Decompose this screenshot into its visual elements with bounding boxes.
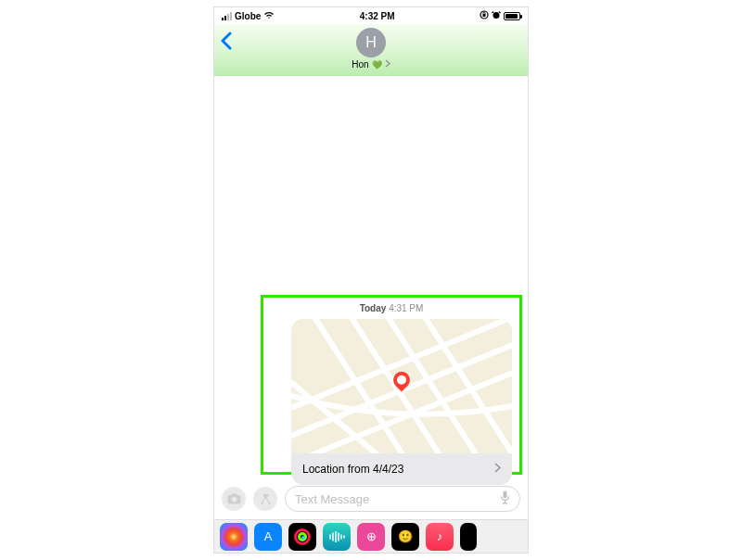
svg-point-16 bbox=[231, 497, 236, 502]
message-placeholder: Text Message bbox=[295, 492, 369, 506]
dock-audio-icon[interactable] bbox=[323, 523, 351, 551]
svg-rect-1 bbox=[482, 14, 485, 17]
location-footer[interactable]: Location from 4/4/23 bbox=[291, 453, 512, 485]
imessage-app-dock: A ⊕ 🙂 ♪ bbox=[214, 519, 528, 553]
status-left: Globe bbox=[222, 11, 275, 21]
dock-appstore-icon[interactable]: A bbox=[254, 523, 282, 551]
chevron-right-icon bbox=[494, 463, 501, 476]
contact-avatar[interactable]: H bbox=[356, 28, 386, 57]
signal-icon bbox=[222, 12, 232, 20]
map-preview bbox=[291, 319, 512, 453]
timestamp-time: 4:31 PM bbox=[389, 303, 423, 313]
message-timestamp: Today 4:31 PM bbox=[263, 303, 519, 313]
conversation-header: H Hon 💚 bbox=[214, 24, 528, 76]
music-glyph: ♪ bbox=[437, 529, 443, 543]
back-button[interactable] bbox=[220, 32, 233, 55]
chevron-right-icon bbox=[385, 59, 390, 70]
avatar-initial: H bbox=[365, 34, 377, 51]
dock-photos-icon[interactable] bbox=[220, 523, 248, 551]
dock-globe-icon[interactable]: ⊕ bbox=[357, 523, 385, 551]
dock-fitness-icon[interactable] bbox=[288, 523, 316, 551]
status-time: 4:32 PM bbox=[360, 11, 395, 21]
appstore-glyph: A bbox=[264, 529, 273, 543]
tutorial-highlight: Today 4:31 PM bbox=[261, 295, 522, 475]
camera-button[interactable] bbox=[222, 487, 246, 511]
memoji-glyph: 🙂 bbox=[398, 529, 413, 543]
timestamp-day: Today bbox=[360, 303, 387, 313]
map-pin-icon bbox=[393, 371, 410, 388]
compose-bar: Text Message bbox=[214, 482, 528, 519]
location-message[interactable]: Location from 4/4/23 bbox=[291, 319, 512, 485]
battery-icon bbox=[504, 12, 520, 20]
dictate-button[interactable] bbox=[500, 490, 510, 507]
contact-name: Hon bbox=[352, 59, 368, 70]
dock-music-icon[interactable]: ♪ bbox=[426, 523, 454, 551]
carrier-label: Globe bbox=[235, 11, 261, 21]
svg-rect-15 bbox=[231, 494, 237, 497]
svg-line-4 bbox=[499, 12, 501, 14]
svg-line-3 bbox=[492, 12, 493, 14]
apps-button[interactable] bbox=[253, 487, 277, 511]
phone-frame: Globe 4:32 PM H Hon 💚 bbox=[213, 6, 529, 554]
svg-point-2 bbox=[493, 12, 499, 19]
rotation-lock-icon bbox=[480, 10, 489, 21]
message-input[interactable]: Text Message bbox=[285, 486, 520, 512]
alarm-icon bbox=[492, 10, 501, 21]
status-right bbox=[480, 10, 520, 21]
status-bar: Globe 4:32 PM bbox=[214, 7, 528, 24]
location-label: Location from 4/4/23 bbox=[302, 463, 403, 476]
dock-memoji-icon[interactable]: 🙂 bbox=[391, 523, 419, 551]
heart-emoji: 💚 bbox=[372, 60, 382, 70]
svg-rect-17 bbox=[504, 491, 507, 499]
globe-glyph: ⊕ bbox=[366, 529, 377, 543]
contact-name-row[interactable]: Hon 💚 bbox=[352, 59, 390, 70]
conversation-area[interactable]: Today 4:31 PM bbox=[214, 76, 528, 482]
dock-overflow-icon[interactable] bbox=[460, 523, 477, 551]
wifi-icon bbox=[263, 11, 275, 21]
